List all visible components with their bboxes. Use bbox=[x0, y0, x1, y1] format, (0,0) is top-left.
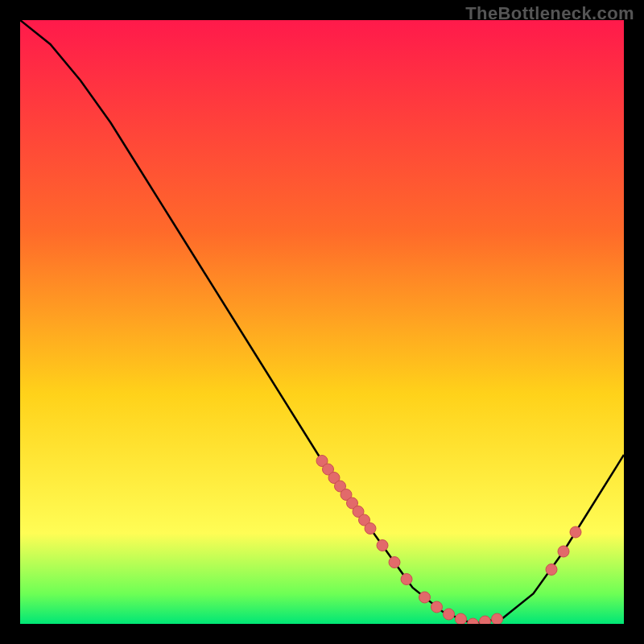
data-marker bbox=[480, 616, 491, 624]
data-marker bbox=[401, 574, 412, 585]
data-marker bbox=[377, 540, 388, 551]
data-marker bbox=[456, 613, 467, 624]
chart-stage: TheBottleneck.com bbox=[0, 0, 644, 644]
data-marker bbox=[570, 526, 581, 538]
data-marker bbox=[389, 557, 400, 568]
plot-area bbox=[20, 20, 624, 624]
chart-svg bbox=[20, 20, 624, 624]
data-marker bbox=[492, 613, 503, 624]
data-marker bbox=[365, 523, 376, 535]
data-marker bbox=[419, 592, 431, 603]
data-marker bbox=[431, 601, 443, 613]
gradient-background bbox=[20, 20, 624, 624]
data-marker bbox=[558, 546, 569, 557]
data-marker bbox=[546, 564, 557, 576]
data-marker bbox=[444, 609, 455, 620]
